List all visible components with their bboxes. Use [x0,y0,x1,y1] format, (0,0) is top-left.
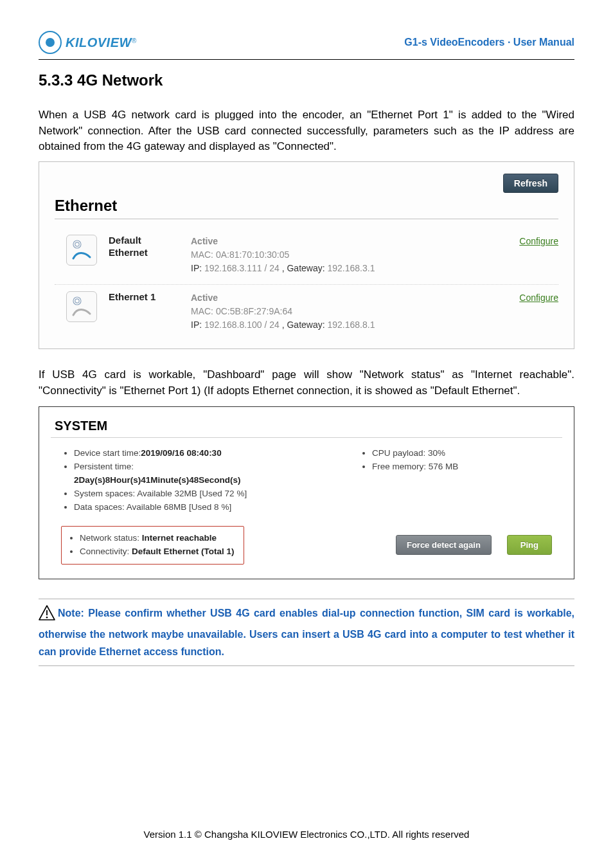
mac-value: 0C:5B:8F:27:9A:64 [216,306,292,316]
mac-value: 0A:81:70:10:30:05 [216,249,289,260]
ip-label: IP: [191,263,202,273]
start-time-value: 2019/09/16 08:40:30 [141,448,221,458]
page-footer: Version 1.1 © Changsha KILOVIEW Electron… [0,829,613,840]
svg-point-1 [73,240,81,248]
mac-label: MAC: [191,306,213,316]
svg-point-2 [75,299,79,303]
gateway-label: , Gateway: [282,320,325,330]
section-heading: 5.3.3 4G Network [39,71,574,89]
refresh-button[interactable]: Refresh [503,174,558,193]
system-title: SYSTEM [55,419,562,433]
force-detect-button[interactable]: Force detect again [396,535,492,555]
gateway-label: , Gateway: [282,263,325,273]
network-status-label: Network status: [80,533,139,543]
header-doc-title: G1-s VideoEncoders · User Manual [404,37,574,48]
ethernet-row: Default Ethernet Active MAC: 0A:81:70:10… [55,228,558,285]
svg-point-5 [46,617,48,619]
start-time-label: Device start time: [74,448,141,458]
gateway-value: 192.168.8.1 [328,320,375,330]
header-divider [39,59,574,60]
system-left-column: Device start time:2019/09/16 08:40:30 Pe… [61,447,340,514]
ip-label: IP: [191,320,202,330]
list-item: Device start time:2019/09/16 08:40:30 [74,447,340,460]
ethernet-port-icon [66,291,97,322]
list-item: System spaces: Available 32MB [Used 72 %… [74,487,340,501]
system-divider [51,437,562,438]
brand-logo: KILOVIEW® [39,31,136,54]
ethernet-port-icon [66,235,97,266]
persistent-label: Persistent time: [74,462,134,471]
gateway-value: 192.168.3.1 [328,263,375,273]
ethernet-info: Active MAC: 0C:5B:8F:27:9A:64 IP: 192.16… [191,291,508,332]
system-info-list: Device start time:2019/09/16 08:40:30 Pe… [61,447,340,514]
ethernet-name: Default Ethernet [109,235,179,259]
ethernet-divider [55,219,558,219]
status-active: Active [191,236,218,246]
brand-text: KILOVIEW® [66,35,136,50]
connectivity-label: Connectivity: [80,547,129,556]
list-item: Data spaces: Available 68MB [Used 8 %] [74,501,340,514]
status-active: Active [191,293,218,303]
ethernet-row: Ethernet 1 Active MAC: 0C:5B:8F:27:9A:64… [55,285,558,341]
list-item: Persistent time: 2Day(s)8Hour(s)41Minute… [74,460,340,487]
note-top-divider [39,599,574,599]
paragraph-dashboard: If USB 4G card is workable, "Dashboard" … [39,367,574,399]
list-item: Free memory: 576 MB [372,460,552,474]
warning-icon [39,605,55,626]
ethernet-title: Ethernet [55,197,558,215]
page-header: KILOVIEW® G1-s VideoEncoders · User Manu… [39,31,574,59]
ethernet-info: Active MAC: 0A:81:70:10:30:05 IP: 192.16… [191,235,508,275]
note-text: Note: Please confirm whether USB 4G card… [39,608,574,657]
system-metrics-list: CPU payload: 30% Free memory: 576 MB [359,447,552,474]
svg-point-3 [73,297,81,305]
configure-link[interactable]: Configure [519,236,558,246]
configure-link[interactable]: Configure [519,293,558,303]
network-status-list: Network status: Internet reachable Conne… [68,532,235,559]
network-status-box: Network status: Internet reachable Conne… [61,526,244,565]
persistent-value: 2Day(s)8Hour(s)41Minute(s)48Second(s) [74,475,241,485]
list-item: CPU payload: 30% [372,447,552,460]
note-block: Note: Please confirm whether USB 4G card… [39,604,574,667]
svg-point-0 [75,242,79,246]
connectivity-value: Default Ethernet (Total 1) [132,547,235,556]
paragraph-intro: When a USB 4G network card is plugged in… [39,107,574,155]
network-status-value: Internet reachable [142,533,217,543]
ip-value: 192.168.8.100 / 24 [204,320,280,330]
list-item: Network status: Internet reachable [80,532,235,545]
system-panel: SYSTEM Device start time:2019/09/16 08:4… [39,406,574,579]
ethernet-name: Ethernet 1 [109,291,179,303]
list-item: Connectivity: Default Ethernet (Total 1) [80,545,235,559]
ping-button[interactable]: Ping [507,535,552,555]
ethernet-panel: Refresh Ethernet Default Ethernet Active… [39,161,574,349]
logo-eye-icon [39,31,62,54]
mac-label: MAC: [191,249,213,260]
ip-value: 192.168.3.111 / 24 [204,263,280,273]
system-right-column: CPU payload: 30% Free memory: 576 MB [359,447,552,514]
